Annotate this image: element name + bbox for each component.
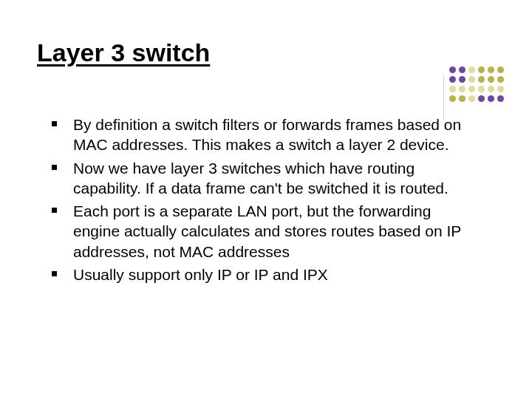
bullet-text: Each port is a separate LAN port, but th… (73, 201, 466, 262)
dot-icon (459, 76, 466, 83)
slide-title: Layer 3 switch (37, 38, 210, 67)
dot-icon (468, 66, 475, 73)
dot-icon (478, 86, 485, 92)
bullet-text: By definition a switch filters or forwar… (73, 115, 466, 155)
dot-icon (497, 76, 504, 83)
list-item: Now we have layer 3 switches which have … (52, 158, 466, 199)
dot-grid-icon (449, 66, 505, 103)
dot-icon (478, 66, 485, 73)
dot-icon (459, 86, 466, 92)
dot-icon (468, 86, 475, 92)
dot-icon (459, 95, 466, 102)
bullet-icon (52, 121, 57, 126)
bullet-list: By definition a switch filters or forwar… (52, 115, 466, 287)
dot-icon (478, 95, 485, 102)
list-item: Each port is a separate LAN port, but th… (52, 201, 466, 262)
dot-icon (488, 66, 494, 73)
bullet-icon (52, 208, 57, 213)
dot-icon (488, 76, 494, 83)
dot-icon (488, 86, 494, 92)
bullet-icon (52, 271, 57, 276)
dot-icon (497, 95, 504, 102)
dot-icon (478, 76, 485, 83)
list-item: Usually support only IP or IP and IPX (52, 265, 466, 284)
dot-icon (449, 66, 456, 73)
list-item: By definition a switch filters or forwar… (52, 115, 466, 155)
divider-line (443, 75, 444, 120)
bullet-text: Now we have layer 3 switches which have … (73, 158, 466, 199)
dot-icon (488, 95, 494, 102)
decorative-dots (443, 66, 510, 107)
dot-icon (468, 95, 475, 102)
dot-icon (497, 86, 504, 92)
dot-icon (497, 66, 504, 73)
dot-icon (468, 76, 475, 83)
dot-icon (459, 66, 466, 73)
dot-icon (449, 86, 456, 92)
dot-icon (449, 95, 456, 102)
bullet-text: Usually support only IP or IP and IPX (73, 265, 328, 284)
dot-icon (449, 76, 456, 83)
bullet-icon (52, 165, 57, 170)
